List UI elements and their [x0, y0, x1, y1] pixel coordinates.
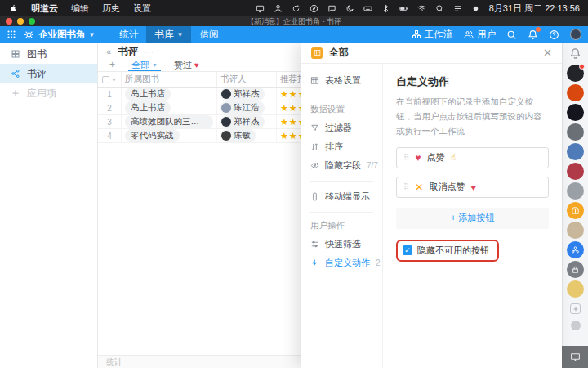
chat-avatar[interactable] — [567, 123, 584, 141]
app-name-chevron-down-icon[interactable]: ▼ — [89, 31, 96, 38]
dock-notifications-icon[interactable] — [569, 47, 581, 60]
panel-nav-item-3[interactable]: 过滤器 — [301, 119, 382, 137]
menu-item-0[interactable]: 明道云 — [31, 2, 58, 15]
dock-more-icon[interactable] — [571, 321, 581, 330]
chevron-down-icon: ▼ — [176, 31, 183, 38]
apple-menu-icon[interactable] — [8, 3, 18, 13]
drag-handle-icon[interactable]: ⠿ — [403, 153, 409, 162]
battery-icon[interactable] — [399, 4, 408, 13]
chat-avatar[interactable] — [567, 182, 584, 200]
reviewer-cell[interactable]: 郑祥杰 — [216, 88, 276, 101]
add-view-icon[interactable]: + — [101, 58, 123, 71]
chat-avatar[interactable] — [567, 143, 584, 160]
notifications-icon[interactable] — [528, 29, 538, 40]
nav-tab-1[interactable]: 书库▼ — [146, 26, 191, 43]
accessibility-icon[interactable] — [274, 4, 283, 13]
custom-action-button-1[interactable]: ⠿✕取消点赞♥ — [396, 177, 549, 198]
sync-icon[interactable] — [292, 4, 301, 13]
book-cell[interactable]: 高绩效团队的三个秘密 — [121, 115, 216, 128]
nav-tab-2[interactable]: 借阅 — [191, 26, 226, 43]
menu-bar-clock[interactable]: 8月31日 周二 22:13:56 — [489, 2, 580, 15]
keyboard-icon[interactable] — [363, 4, 372, 13]
group-chat-icon[interactable] — [567, 261, 584, 278]
nav-tab-0[interactable]: 统计 — [111, 26, 146, 43]
unread-badge — [579, 64, 585, 70]
accessibility-icon — [274, 4, 283, 13]
row-number: 3 — [98, 118, 121, 127]
menu-item-3[interactable]: 设置 — [133, 2, 151, 15]
spotlight-icon[interactable] — [435, 4, 444, 13]
app-name[interactable]: 企业图书角 — [38, 29, 86, 41]
sidebar-item-0[interactable]: 图书 — [0, 44, 97, 64]
wechat-icon[interactable] — [327, 4, 336, 13]
book-cell[interactable]: 零代码实战 — [121, 129, 216, 142]
search-icon[interactable] — [506, 29, 517, 40]
close-panel-icon[interactable]: ✕ — [543, 47, 552, 58]
column-header[interactable]: 书评人 — [216, 72, 276, 87]
plus-icon — [572, 306, 579, 312]
select-all-checkbox[interactable] — [102, 76, 109, 83]
bluetooth-icon[interactable] — [381, 4, 390, 13]
sidebar-item-2[interactable]: 应用项 — [0, 83, 97, 103]
chat-avatar[interactable] — [567, 65, 584, 82]
add-action-button[interactable]: + 添加按钮 — [396, 208, 549, 229]
drag-handle-icon[interactable]: ⠿ — [403, 182, 409, 191]
group-chat-icon[interactable] — [567, 241, 584, 258]
footer-stats-label[interactable]: 统计 — [106, 357, 122, 368]
app-switcher-icon[interactable] — [7, 29, 16, 39]
chat-avatar[interactable] — [567, 104, 584, 121]
book-chip: 高绩效团队的三个秘密 — [125, 115, 213, 128]
collapse-sidebar-icon[interactable]: « — [106, 47, 111, 56]
chat-avatar[interactable] — [567, 163, 584, 180]
screen-share-icon[interactable] — [562, 346, 588, 368]
chat-avatar[interactable] — [567, 280, 584, 298]
book-chip: 岛上书店 — [125, 101, 171, 114]
panel-nav-label: 排序 — [325, 141, 343, 153]
siri-icon[interactable] — [471, 4, 480, 13]
do-not-disturb-icon[interactable] — [345, 4, 354, 13]
column-header[interactable]: 所属图书 — [121, 72, 216, 87]
row-number: 4 — [98, 132, 121, 141]
wifi-icon[interactable] — [417, 4, 426, 13]
sidebar-item-1[interactable]: 书评 — [0, 64, 97, 83]
panel-nav-item-7[interactable]: 移动端显示 — [301, 187, 382, 206]
panel-nav-item-11[interactable]: 自定义动作2 — [301, 254, 382, 272]
view-tab-0[interactable]: 全部▼ — [123, 58, 166, 71]
hide-unavailable-checkbox[interactable]: ✓ — [403, 245, 412, 255]
view-tab-1[interactable]: 赞过♥ — [166, 58, 207, 71]
sliders-icon — [310, 240, 319, 249]
nav-action-users[interactable]: 用户 — [464, 29, 496, 41]
panel-nav-item-5[interactable]: 隐藏字段7/7 — [301, 156, 382, 175]
chat-avatar[interactable] — [567, 222, 584, 239]
compass-icon[interactable] — [310, 4, 318, 13]
help-icon[interactable] — [549, 29, 559, 40]
menu-item-2[interactable]: 历史 — [102, 2, 120, 15]
custom-action-button-0[interactable]: ⠿♥点赞☝ — [396, 147, 549, 168]
user-avatar[interactable] — [570, 29, 581, 40]
reviewer-cell[interactable]: 郑祥杰 — [216, 115, 276, 128]
book-cell[interactable]: 岛上书店 — [121, 101, 216, 114]
panel-nav-item-4[interactable]: 排序 — [301, 137, 382, 156]
nav-action-workflow[interactable]: 工作流 — [412, 29, 453, 41]
add-chat-icon[interactable] — [570, 303, 581, 314]
select-menu-chevron-down-icon[interactable]: ▼ — [111, 77, 117, 83]
sync-icon — [292, 4, 301, 13]
avatar — [221, 89, 231, 99]
menu-item-1[interactable]: 编辑 — [71, 2, 89, 15]
compass-icon — [310, 4, 318, 13]
sheet-more-icon[interactable]: ⋯ — [145, 47, 154, 57]
divider — [310, 181, 373, 182]
phone-icon — [310, 192, 319, 201]
chat-avatar[interactable] — [567, 84, 584, 101]
reviewer-cell[interactable]: 陈江浩 — [216, 101, 276, 114]
window-title-bar: 【新消息】企业图书角 - 书评 — [0, 16, 588, 26]
book-cell[interactable]: 岛上书店 — [121, 88, 216, 101]
reviewer-cell[interactable]: 陈敏 — [216, 129, 276, 142]
group-chat-icon[interactable] — [567, 202, 584, 219]
panel-nav-item-10[interactable]: 快速筛选 — [301, 235, 382, 254]
sort-icon — [310, 142, 319, 151]
control-center-icon[interactable] — [453, 4, 462, 13]
action-label: 取消点赞 — [429, 181, 465, 193]
panel-nav-item-0[interactable]: 表格设置 — [301, 71, 382, 90]
screen-recording-icon[interactable] — [256, 4, 265, 13]
